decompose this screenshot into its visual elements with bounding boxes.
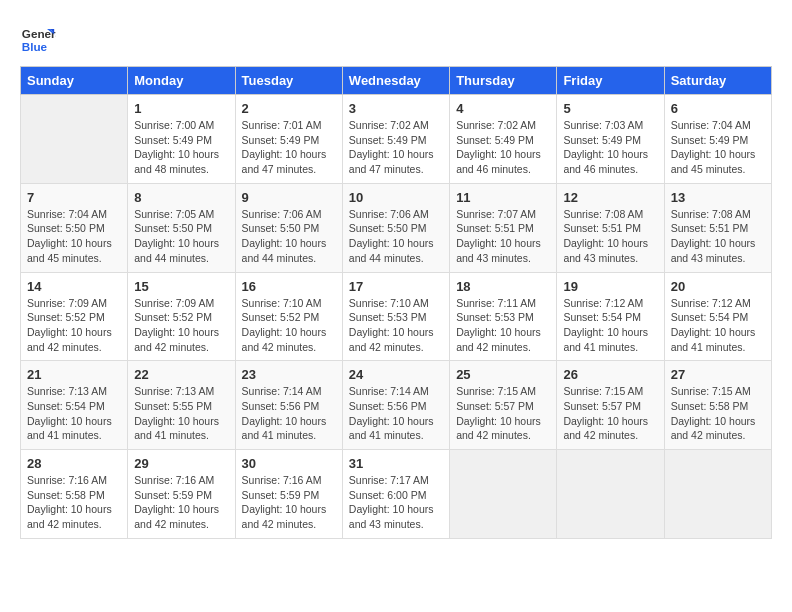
day-cell — [664, 450, 771, 539]
day-cell: 12Sunrise: 7:08 AM Sunset: 5:51 PM Dayli… — [557, 183, 664, 272]
page-header: General Blue — [20, 20, 772, 56]
header-cell-tuesday: Tuesday — [235, 67, 342, 95]
day-cell: 18Sunrise: 7:11 AM Sunset: 5:53 PM Dayli… — [450, 272, 557, 361]
day-cell: 17Sunrise: 7:10 AM Sunset: 5:53 PM Dayli… — [342, 272, 449, 361]
day-info: Sunrise: 7:15 AM Sunset: 5:57 PM Dayligh… — [563, 384, 657, 443]
day-info: Sunrise: 7:05 AM Sunset: 5:50 PM Dayligh… — [134, 207, 228, 266]
day-info: Sunrise: 7:03 AM Sunset: 5:49 PM Dayligh… — [563, 118, 657, 177]
header-cell-wednesday: Wednesday — [342, 67, 449, 95]
day-number: 30 — [242, 456, 336, 471]
day-cell: 22Sunrise: 7:13 AM Sunset: 5:55 PM Dayli… — [128, 361, 235, 450]
logo-icon: General Blue — [20, 20, 56, 56]
day-info: Sunrise: 7:02 AM Sunset: 5:49 PM Dayligh… — [456, 118, 550, 177]
day-info: Sunrise: 7:12 AM Sunset: 5:54 PM Dayligh… — [671, 296, 765, 355]
day-number: 10 — [349, 190, 443, 205]
day-info: Sunrise: 7:13 AM Sunset: 5:54 PM Dayligh… — [27, 384, 121, 443]
day-number: 7 — [27, 190, 121, 205]
day-number: 22 — [134, 367, 228, 382]
day-number: 13 — [671, 190, 765, 205]
day-number: 23 — [242, 367, 336, 382]
day-cell: 16Sunrise: 7:10 AM Sunset: 5:52 PM Dayli… — [235, 272, 342, 361]
day-info: Sunrise: 7:09 AM Sunset: 5:52 PM Dayligh… — [134, 296, 228, 355]
day-info: Sunrise: 7:16 AM Sunset: 5:59 PM Dayligh… — [134, 473, 228, 532]
day-number: 8 — [134, 190, 228, 205]
logo: General Blue — [20, 20, 56, 56]
day-info: Sunrise: 7:06 AM Sunset: 5:50 PM Dayligh… — [242, 207, 336, 266]
day-info: Sunrise: 7:16 AM Sunset: 5:58 PM Dayligh… — [27, 473, 121, 532]
day-cell: 20Sunrise: 7:12 AM Sunset: 5:54 PM Dayli… — [664, 272, 771, 361]
day-info: Sunrise: 7:12 AM Sunset: 5:54 PM Dayligh… — [563, 296, 657, 355]
day-cell: 21Sunrise: 7:13 AM Sunset: 5:54 PM Dayli… — [21, 361, 128, 450]
day-cell: 30Sunrise: 7:16 AM Sunset: 5:59 PM Dayli… — [235, 450, 342, 539]
day-number: 12 — [563, 190, 657, 205]
day-cell — [21, 95, 128, 184]
day-info: Sunrise: 7:04 AM Sunset: 5:49 PM Dayligh… — [671, 118, 765, 177]
day-info: Sunrise: 7:08 AM Sunset: 5:51 PM Dayligh… — [671, 207, 765, 266]
day-cell: 24Sunrise: 7:14 AM Sunset: 5:56 PM Dayli… — [342, 361, 449, 450]
day-info: Sunrise: 7:15 AM Sunset: 5:58 PM Dayligh… — [671, 384, 765, 443]
day-info: Sunrise: 7:13 AM Sunset: 5:55 PM Dayligh… — [134, 384, 228, 443]
day-cell: 7Sunrise: 7:04 AM Sunset: 5:50 PM Daylig… — [21, 183, 128, 272]
header-cell-saturday: Saturday — [664, 67, 771, 95]
day-number: 3 — [349, 101, 443, 116]
day-info: Sunrise: 7:09 AM Sunset: 5:52 PM Dayligh… — [27, 296, 121, 355]
day-number: 4 — [456, 101, 550, 116]
day-info: Sunrise: 7:16 AM Sunset: 5:59 PM Dayligh… — [242, 473, 336, 532]
day-cell: 26Sunrise: 7:15 AM Sunset: 5:57 PM Dayli… — [557, 361, 664, 450]
day-cell: 28Sunrise: 7:16 AM Sunset: 5:58 PM Dayli… — [21, 450, 128, 539]
day-cell: 27Sunrise: 7:15 AM Sunset: 5:58 PM Dayli… — [664, 361, 771, 450]
day-number: 5 — [563, 101, 657, 116]
day-number: 14 — [27, 279, 121, 294]
day-info: Sunrise: 7:00 AM Sunset: 5:49 PM Dayligh… — [134, 118, 228, 177]
week-row-3: 14Sunrise: 7:09 AM Sunset: 5:52 PM Dayli… — [21, 272, 772, 361]
day-info: Sunrise: 7:17 AM Sunset: 6:00 PM Dayligh… — [349, 473, 443, 532]
day-number: 26 — [563, 367, 657, 382]
day-info: Sunrise: 7:14 AM Sunset: 5:56 PM Dayligh… — [349, 384, 443, 443]
day-cell: 8Sunrise: 7:05 AM Sunset: 5:50 PM Daylig… — [128, 183, 235, 272]
header-cell-thursday: Thursday — [450, 67, 557, 95]
day-number: 19 — [563, 279, 657, 294]
day-info: Sunrise: 7:10 AM Sunset: 5:53 PM Dayligh… — [349, 296, 443, 355]
day-info: Sunrise: 7:06 AM Sunset: 5:50 PM Dayligh… — [349, 207, 443, 266]
header-cell-sunday: Sunday — [21, 67, 128, 95]
day-info: Sunrise: 7:11 AM Sunset: 5:53 PM Dayligh… — [456, 296, 550, 355]
day-number: 18 — [456, 279, 550, 294]
day-cell: 14Sunrise: 7:09 AM Sunset: 5:52 PM Dayli… — [21, 272, 128, 361]
day-number: 21 — [27, 367, 121, 382]
day-info: Sunrise: 7:04 AM Sunset: 5:50 PM Dayligh… — [27, 207, 121, 266]
day-cell — [450, 450, 557, 539]
day-cell: 25Sunrise: 7:15 AM Sunset: 5:57 PM Dayli… — [450, 361, 557, 450]
day-number: 28 — [27, 456, 121, 471]
day-number: 16 — [242, 279, 336, 294]
day-cell — [557, 450, 664, 539]
header-row: SundayMondayTuesdayWednesdayThursdayFrid… — [21, 67, 772, 95]
day-info: Sunrise: 7:10 AM Sunset: 5:52 PM Dayligh… — [242, 296, 336, 355]
day-number: 24 — [349, 367, 443, 382]
day-number: 1 — [134, 101, 228, 116]
day-cell: 13Sunrise: 7:08 AM Sunset: 5:51 PM Dayli… — [664, 183, 771, 272]
day-number: 2 — [242, 101, 336, 116]
day-number: 31 — [349, 456, 443, 471]
day-cell: 6Sunrise: 7:04 AM Sunset: 5:49 PM Daylig… — [664, 95, 771, 184]
day-cell: 9Sunrise: 7:06 AM Sunset: 5:50 PM Daylig… — [235, 183, 342, 272]
day-info: Sunrise: 7:01 AM Sunset: 5:49 PM Dayligh… — [242, 118, 336, 177]
day-cell: 15Sunrise: 7:09 AM Sunset: 5:52 PM Dayli… — [128, 272, 235, 361]
day-number: 25 — [456, 367, 550, 382]
header-cell-monday: Monday — [128, 67, 235, 95]
day-info: Sunrise: 7:02 AM Sunset: 5:49 PM Dayligh… — [349, 118, 443, 177]
day-cell: 3Sunrise: 7:02 AM Sunset: 5:49 PM Daylig… — [342, 95, 449, 184]
header-cell-friday: Friday — [557, 67, 664, 95]
week-row-4: 21Sunrise: 7:13 AM Sunset: 5:54 PM Dayli… — [21, 361, 772, 450]
day-cell: 11Sunrise: 7:07 AM Sunset: 5:51 PM Dayli… — [450, 183, 557, 272]
day-cell: 29Sunrise: 7:16 AM Sunset: 5:59 PM Dayli… — [128, 450, 235, 539]
day-cell: 4Sunrise: 7:02 AM Sunset: 5:49 PM Daylig… — [450, 95, 557, 184]
day-cell: 10Sunrise: 7:06 AM Sunset: 5:50 PM Dayli… — [342, 183, 449, 272]
day-info: Sunrise: 7:14 AM Sunset: 5:56 PM Dayligh… — [242, 384, 336, 443]
week-row-1: 1Sunrise: 7:00 AM Sunset: 5:49 PM Daylig… — [21, 95, 772, 184]
day-number: 15 — [134, 279, 228, 294]
day-number: 27 — [671, 367, 765, 382]
day-number: 6 — [671, 101, 765, 116]
day-cell: 1Sunrise: 7:00 AM Sunset: 5:49 PM Daylig… — [128, 95, 235, 184]
day-number: 11 — [456, 190, 550, 205]
day-cell: 19Sunrise: 7:12 AM Sunset: 5:54 PM Dayli… — [557, 272, 664, 361]
